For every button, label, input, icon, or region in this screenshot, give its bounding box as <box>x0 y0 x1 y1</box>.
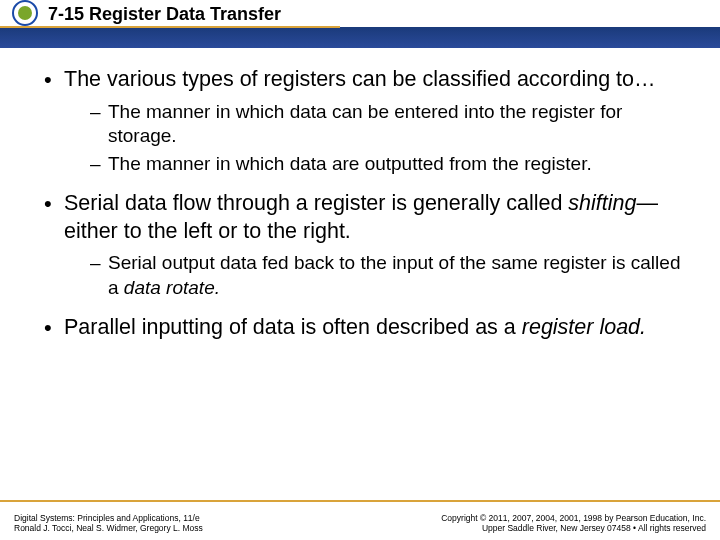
bullet-2-italic: shifting <box>568 191 636 215</box>
bullet-1-sub-1: The manner in which data can be entered … <box>90 100 690 149</box>
title-bullet-icon <box>8 0 42 34</box>
bullet-1: The various types of registers can be cl… <box>44 66 690 176</box>
footer-copyright: Copyright © 2011, 2007, 2004, 2001, 1998… <box>441 513 706 524</box>
bullet-1-text: The various types of registers can be cl… <box>64 67 656 91</box>
title-underline <box>0 26 340 28</box>
footer-right: Copyright © 2011, 2007, 2004, 2001, 1998… <box>441 513 706 534</box>
bullet-3-text-a: Parallel inputting of data is often desc… <box>64 315 522 339</box>
page-title: 7-15 Register Data Transfer <box>48 4 281 25</box>
footer-address: Upper Saddle River, New Jersey 07458 • A… <box>441 523 706 534</box>
svg-point-1 <box>18 6 32 20</box>
bullet-2: Serial data flow through a register is g… <box>44 190 690 300</box>
bullet-2-sub-1-italic: data rotate. <box>124 277 220 298</box>
bullet-1-sub-2: The manner in which data are outputted f… <box>90 152 690 176</box>
footer-divider <box>0 500 720 502</box>
footer-authors: Ronald J. Tocci, Neal S. Widmer, Gregory… <box>14 523 203 534</box>
bullet-2-text-a: Serial data flow through a register is g… <box>64 191 568 215</box>
bullet-2-sub-1: Serial output data fed back to the input… <box>90 251 690 300</box>
slide-content: The various types of registers can be cl… <box>0 48 720 342</box>
footer-book-title: Digital Systems: Principles and Applicat… <box>14 513 203 524</box>
footer: Digital Systems: Principles and Applicat… <box>0 513 720 534</box>
footer-left: Digital Systems: Principles and Applicat… <box>14 513 203 534</box>
bullet-3-italic: register load. <box>522 315 646 339</box>
title-bar: 7-15 Register Data Transfer <box>0 0 720 48</box>
bullet-3: Parallel inputting of data is often desc… <box>44 314 690 342</box>
